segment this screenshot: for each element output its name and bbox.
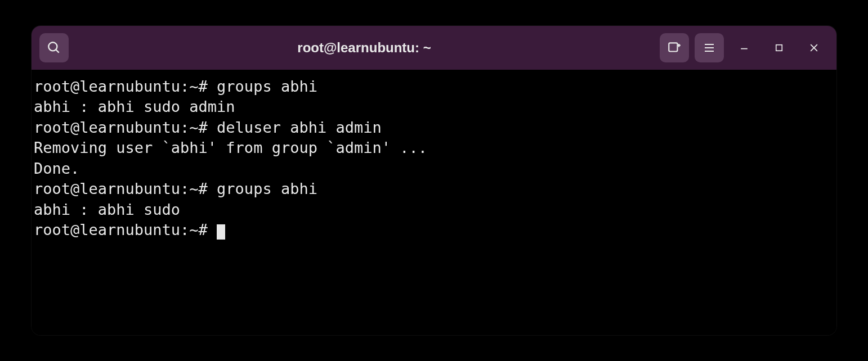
- new-tab-icon: [667, 40, 682, 55]
- terminal-line: Removing user `abhi' from group `admin' …: [34, 138, 834, 158]
- terminal-prompt: root@learnubuntu:~#: [34, 221, 217, 238]
- titlebar: root@learnubuntu: ~: [32, 26, 836, 70]
- terminal-output[interactable]: root@learnubuntu:~# groups abhi abhi : a…: [32, 70, 836, 335]
- close-icon: [808, 42, 820, 53]
- svg-rect-9: [776, 45, 782, 51]
- minimize-button[interactable]: [730, 33, 759, 62]
- maximize-icon: [774, 43, 784, 53]
- hamburger-menu-icon: [703, 41, 716, 55]
- minimize-icon: [739, 42, 750, 53]
- terminal-line: root@learnubuntu:~# groups abhi: [34, 76, 834, 97]
- new-tab-button[interactable]: [660, 33, 689, 62]
- close-button[interactable]: [799, 33, 829, 62]
- terminal-window: root@learnubuntu: ~: [32, 26, 836, 335]
- menu-button[interactable]: [695, 33, 724, 62]
- maximize-button[interactable]: [764, 33, 794, 62]
- search-button[interactable]: [39, 33, 69, 62]
- terminal-line: Done.: [34, 159, 834, 179]
- svg-line-1: [56, 49, 59, 52]
- search-icon: [47, 40, 61, 55]
- cursor-icon: [217, 224, 225, 240]
- terminal-line: abhi : abhi sudo: [34, 200, 834, 220]
- window-title: root@learnubuntu: ~: [74, 40, 654, 56]
- svg-point-0: [48, 42, 57, 51]
- terminal-line: abhi : abhi sudo admin: [34, 97, 834, 117]
- terminal-line: root@learnubuntu:~# deluser abhi admin: [34, 118, 834, 138]
- terminal-line: root@learnubuntu:~# groups abhi: [34, 179, 834, 199]
- titlebar-left: [39, 33, 69, 62]
- titlebar-right: [660, 33, 829, 62]
- svg-rect-2: [669, 43, 677, 51]
- terminal-prompt-line: root@learnubuntu:~#: [34, 220, 834, 240]
